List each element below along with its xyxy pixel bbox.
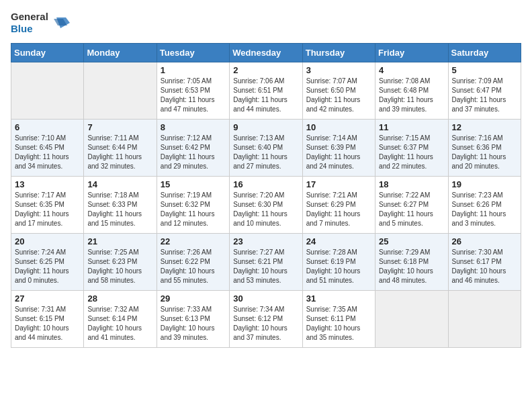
day-info: Sunrise: 7:21 AM Sunset: 6:29 PM Dayligh… — [306, 191, 371, 228]
day-info: Sunrise: 7:29 AM Sunset: 6:18 PM Dayligh… — [379, 248, 444, 285]
calendar-cell-day-8: 8Sunrise: 7:12 AM Sunset: 6:42 PM Daylig… — [157, 120, 229, 177]
calendar-cell-day-1: 1Sunrise: 7:05 AM Sunset: 6:53 PM Daylig… — [157, 62, 229, 120]
calendar-week-5: 27Sunrise: 7:31 AM Sunset: 6:15 PM Dayli… — [11, 291, 521, 348]
calendar-header-row: SundayMondayTuesdayWednesdayThursdayFrid… — [11, 44, 521, 62]
day-info: Sunrise: 7:15 AM Sunset: 6:37 PM Dayligh… — [379, 134, 444, 171]
day-number: 18 — [379, 179, 444, 189]
calendar-cell-empty — [84, 62, 157, 120]
day-number: 3 — [306, 65, 371, 75]
calendar-cell-day-7: 7Sunrise: 7:11 AM Sunset: 6:44 PM Daylig… — [84, 120, 157, 177]
day-number: 17 — [306, 179, 371, 189]
day-number: 26 — [452, 236, 517, 246]
calendar-header-tuesday: Tuesday — [157, 44, 229, 62]
calendar-week-2: 6Sunrise: 7:10 AM Sunset: 6:45 PM Daylig… — [11, 120, 521, 177]
calendar-cell-day-10: 10Sunrise: 7:14 AM Sunset: 6:39 PM Dayli… — [302, 120, 375, 177]
day-number: 20 — [15, 236, 80, 246]
calendar-cell-empty — [11, 62, 84, 120]
day-number: 25 — [379, 236, 444, 246]
day-info: Sunrise: 7:25 AM Sunset: 6:23 PM Dayligh… — [87, 248, 152, 285]
day-number: 21 — [87, 236, 152, 246]
calendar-cell-empty — [448, 291, 521, 348]
calendar-cell-day-26: 26Sunrise: 7:30 AM Sunset: 6:17 PM Dayli… — [448, 234, 521, 291]
calendar-cell-day-18: 18Sunrise: 7:22 AM Sunset: 6:27 PM Dayli… — [375, 177, 448, 234]
calendar-cell-day-13: 13Sunrise: 7:17 AM Sunset: 6:35 PM Dayli… — [11, 177, 84, 234]
calendar-cell-day-27: 27Sunrise: 7:31 AM Sunset: 6:15 PM Dayli… — [11, 291, 84, 348]
day-number: 24 — [306, 236, 371, 246]
calendar-header-sunday: Sunday — [11, 44, 84, 62]
day-info: Sunrise: 7:31 AM Sunset: 6:15 PM Dayligh… — [15, 305, 80, 342]
day-info: Sunrise: 7:35 AM Sunset: 6:11 PM Dayligh… — [306, 305, 371, 342]
day-number: 16 — [233, 179, 298, 189]
calendar-header-thursday: Thursday — [302, 44, 375, 62]
calendar-cell-day-3: 3Sunrise: 7:07 AM Sunset: 6:50 PM Daylig… — [302, 62, 375, 120]
calendar-cell-day-17: 17Sunrise: 7:21 AM Sunset: 6:29 PM Dayli… — [302, 177, 375, 234]
calendar-cell-day-22: 22Sunrise: 7:26 AM Sunset: 6:22 PM Dayli… — [157, 234, 229, 291]
day-info: Sunrise: 7:30 AM Sunset: 6:17 PM Dayligh… — [452, 248, 517, 285]
calendar-cell-empty — [375, 291, 448, 348]
day-info: Sunrise: 7:08 AM Sunset: 6:48 PM Dayligh… — [379, 77, 444, 114]
day-info: Sunrise: 7:09 AM Sunset: 6:47 PM Dayligh… — [452, 77, 517, 114]
day-number: 12 — [452, 122, 517, 132]
calendar-cell-day-24: 24Sunrise: 7:28 AM Sunset: 6:19 PM Dayli… — [302, 234, 375, 291]
calendar-table: SundayMondayTuesdayWednesdayThursdayFrid… — [11, 43, 521, 348]
calendar-cell-day-6: 6Sunrise: 7:10 AM Sunset: 6:45 PM Daylig… — [11, 120, 84, 177]
day-info: Sunrise: 7:23 AM Sunset: 6:26 PM Dayligh… — [452, 191, 517, 228]
calendar-cell-day-28: 28Sunrise: 7:32 AM Sunset: 6:14 PM Dayli… — [84, 291, 157, 348]
day-info: Sunrise: 7:17 AM Sunset: 6:35 PM Dayligh… — [15, 191, 80, 228]
calendar-cell-day-30: 30Sunrise: 7:34 AM Sunset: 6:12 PM Dayli… — [230, 291, 302, 348]
day-info: Sunrise: 7:16 AM Sunset: 6:36 PM Dayligh… — [452, 134, 517, 171]
day-info: Sunrise: 7:18 AM Sunset: 6:33 PM Dayligh… — [87, 191, 152, 228]
day-info: Sunrise: 7:33 AM Sunset: 6:13 PM Dayligh… — [161, 305, 226, 342]
day-number: 27 — [15, 293, 80, 304]
day-number: 15 — [161, 179, 226, 189]
day-number: 7 — [87, 122, 152, 132]
day-number: 8 — [161, 122, 226, 132]
calendar-cell-day-2: 2Sunrise: 7:06 AM Sunset: 6:51 PM Daylig… — [230, 62, 302, 120]
day-number: 31 — [306, 293, 371, 304]
calendar-header-saturday: Saturday — [448, 44, 521, 62]
day-info: Sunrise: 7:07 AM Sunset: 6:50 PM Dayligh… — [306, 77, 371, 114]
day-number: 5 — [452, 65, 517, 75]
calendar-week-3: 13Sunrise: 7:17 AM Sunset: 6:35 PM Dayli… — [11, 177, 521, 234]
day-number: 9 — [233, 122, 298, 132]
day-number: 4 — [379, 65, 444, 75]
calendar-cell-day-23: 23Sunrise: 7:27 AM Sunset: 6:21 PM Dayli… — [230, 234, 302, 291]
calendar-cell-day-12: 12Sunrise: 7:16 AM Sunset: 6:36 PM Dayli… — [448, 120, 521, 177]
logo-general: General — [11, 11, 48, 23]
logo: General Blue — [11, 11, 70, 35]
logo-icon — [51, 13, 70, 32]
calendar-cell-day-31: 31Sunrise: 7:35 AM Sunset: 6:11 PM Dayli… — [302, 291, 375, 348]
day-number: 13 — [15, 179, 80, 189]
calendar-cell-day-4: 4Sunrise: 7:08 AM Sunset: 6:48 PM Daylig… — [375, 62, 448, 120]
page-header: General Blue — [11, 11, 521, 35]
day-number: 1 — [161, 65, 226, 75]
day-number: 28 — [87, 293, 152, 304]
day-info: Sunrise: 7:12 AM Sunset: 6:42 PM Dayligh… — [161, 134, 226, 171]
day-info: Sunrise: 7:24 AM Sunset: 6:25 PM Dayligh… — [15, 248, 80, 285]
day-info: Sunrise: 7:06 AM Sunset: 6:51 PM Dayligh… — [233, 77, 298, 114]
day-number: 10 — [306, 122, 371, 132]
day-info: Sunrise: 7:26 AM Sunset: 6:22 PM Dayligh… — [161, 248, 226, 285]
calendar-cell-day-16: 16Sunrise: 7:20 AM Sunset: 6:30 PM Dayli… — [230, 177, 302, 234]
logo-blue: Blue — [11, 23, 48, 35]
calendar-cell-day-9: 9Sunrise: 7:13 AM Sunset: 6:40 PM Daylig… — [230, 120, 302, 177]
day-info: Sunrise: 7:10 AM Sunset: 6:45 PM Dayligh… — [15, 134, 80, 171]
calendar-week-4: 20Sunrise: 7:24 AM Sunset: 6:25 PM Dayli… — [11, 234, 521, 291]
calendar-cell-day-14: 14Sunrise: 7:18 AM Sunset: 6:33 PM Dayli… — [84, 177, 157, 234]
day-number: 30 — [233, 293, 298, 304]
calendar-header-wednesday: Wednesday — [230, 44, 302, 62]
day-number: 2 — [233, 65, 298, 75]
day-info: Sunrise: 7:11 AM Sunset: 6:44 PM Dayligh… — [87, 134, 152, 171]
day-number: 22 — [161, 236, 226, 246]
calendar-cell-day-19: 19Sunrise: 7:23 AM Sunset: 6:26 PM Dayli… — [448, 177, 521, 234]
day-number: 11 — [379, 122, 444, 132]
day-number: 23 — [233, 236, 298, 246]
calendar-cell-day-29: 29Sunrise: 7:33 AM Sunset: 6:13 PM Dayli… — [157, 291, 229, 348]
day-info: Sunrise: 7:34 AM Sunset: 6:12 PM Dayligh… — [233, 305, 298, 342]
calendar-week-1: 1Sunrise: 7:05 AM Sunset: 6:53 PM Daylig… — [11, 62, 521, 120]
calendar-header-friday: Friday — [375, 44, 448, 62]
calendar-cell-day-11: 11Sunrise: 7:15 AM Sunset: 6:37 PM Dayli… — [375, 120, 448, 177]
day-number: 6 — [15, 122, 80, 132]
day-info: Sunrise: 7:13 AM Sunset: 6:40 PM Dayligh… — [233, 134, 298, 171]
day-number: 19 — [452, 179, 517, 189]
